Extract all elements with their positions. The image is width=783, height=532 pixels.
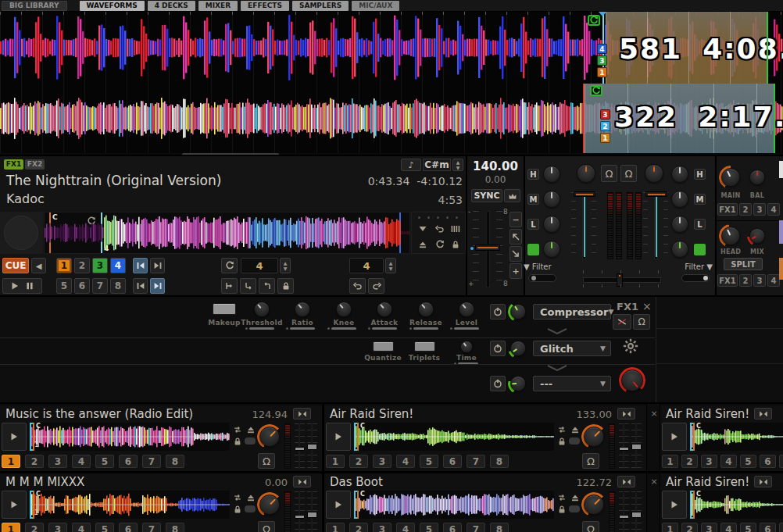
fx-unit-drywet-knob[interactable]: [619, 367, 645, 394]
master-fx-assign-2[interactable]: 2: [739, 203, 752, 216]
sampler-record-dot[interactable]: [569, 437, 580, 445]
filter-switch-left[interactable]: [528, 274, 556, 282]
sampler-record-dot[interactable]: [569, 505, 580, 512]
fx-headphone-button[interactable]: Ω: [633, 314, 650, 330]
channel-fader-handle-right[interactable]: [645, 191, 667, 197]
sampler-volume-knob[interactable]: [257, 424, 282, 449]
sampler-hotcue-3[interactable]: 3: [373, 523, 392, 532]
sampler-hotcue-7[interactable]: 7: [779, 523, 783, 532]
waveform-cue-badge-1[interactable]: 1: [597, 67, 607, 77]
pitch-display[interactable]: 0.00: [467, 174, 524, 185]
deck-b-scrolling-waveform[interactable]: 3222:17.88 321: [0, 84, 783, 153]
beatjump-start-button[interactable]: [133, 258, 148, 273]
loop-back-button[interactable]: [259, 278, 275, 294]
sampler-hotcue-2[interactable]: 2: [681, 455, 698, 468]
track-overview-waveform[interactable]: C 4: [44, 212, 410, 254]
sampler-sync-button[interactable]: [293, 476, 311, 487]
eq-knob-right[interactable]: [669, 163, 691, 185]
jump-forward-button[interactable]: [368, 278, 384, 294]
sampler-hotcue-3[interactable]: 3: [373, 455, 392, 468]
sampler-hotcue-6[interactable]: 6: [119, 455, 138, 468]
play-pause-button[interactable]: [2, 278, 42, 294]
master-fx-assign-1[interactable]: FX1: [717, 203, 738, 216]
headphone-volume-knob[interactable]: [719, 224, 742, 248]
main-volume-knob[interactable]: [719, 166, 742, 189]
sampler-hotcue-7[interactable]: 7: [779, 455, 783, 468]
headphone-cue-right[interactable]: Ω: [620, 165, 637, 182]
sampler-waveform[interactable]: C: [690, 491, 783, 519]
headphone-fx-assign-2[interactable]: 2: [739, 274, 752, 287]
loop-length-value[interactable]: 4: [241, 258, 278, 273]
headphone-mix-knob[interactable]: [747, 226, 767, 246]
sampler-loop-icon[interactable]: [231, 492, 244, 503]
master-crown-button[interactable]: [504, 189, 520, 202]
hotcue-button-1[interactable]: 1: [56, 258, 72, 273]
filter-knob-left[interactable]: [541, 238, 563, 260]
sampler-waveform[interactable]: C1: [30, 491, 230, 519]
fx-slot-3-power-button[interactable]: [490, 376, 506, 391]
sampler-record-dot[interactable]: [245, 505, 256, 512]
sampler-hotcue-4[interactable]: 4: [72, 523, 91, 532]
nudge-back-button[interactable]: [509, 229, 522, 245]
sampler-hotcue-1[interactable]: 1: [326, 523, 345, 532]
fx-knob-release[interactable]: [416, 299, 436, 320]
sampler-play-button[interactable]: [2, 491, 27, 519]
sampler-hotcue-2[interactable]: 2: [349, 455, 368, 468]
headphone-fx-assign-3[interactable]: 3: [753, 274, 766, 287]
sampler-hotcue-5[interactable]: 5: [740, 455, 756, 468]
sampler-play-button[interactable]: [662, 423, 687, 451]
sampler-volume-knob[interactable]: [581, 424, 606, 449]
nudge-forward-button[interactable]: [509, 246, 522, 262]
sampler-sync-button[interactable]: [617, 476, 635, 487]
gain-knob-right[interactable]: [642, 162, 666, 185]
sampler-hotcue-4[interactable]: 4: [72, 455, 91, 468]
sampler-hotcue-1[interactable]: 1: [326, 455, 345, 468]
sampler-eject-icon[interactable]: [245, 492, 257, 503]
sampler-hotcue-6[interactable]: 6: [119, 523, 138, 532]
sampler-hotcue-4[interactable]: 4: [396, 523, 415, 532]
sampler-hotcue-3[interactable]: 3: [701, 523, 717, 532]
waveform-cue-badge-3[interactable]: 3: [597, 55, 607, 66]
jump-back-button[interactable]: [349, 278, 366, 294]
deck-a-scrolling-waveform[interactable]: 5814:08.62 431: [0, 12, 783, 84]
headphone-cue-left[interactable]: Ω: [601, 165, 617, 182]
fx-knob-attack[interactable]: [374, 299, 395, 320]
hotcue-button-7[interactable]: 7: [92, 278, 108, 294]
sampler-hotcue-8[interactable]: 8: [166, 523, 184, 532]
sampler-sync-button[interactable]: [754, 408, 772, 420]
loop-lock-button[interactable]: [277, 278, 294, 294]
loop-length-spinner[interactable]: ▲▼: [280, 258, 291, 273]
sampler-waveform[interactable]: C1: [30, 423, 230, 451]
triplets-toggle-button[interactable]: [414, 341, 435, 352]
eq-knob-left[interactable]: [541, 188, 563, 210]
master-fx-assign-4[interactable]: 4: [767, 203, 780, 216]
sampler-hotcue-5[interactable]: 5: [95, 523, 114, 532]
sampler-play-button[interactable]: [326, 491, 351, 519]
time-knob[interactable]: [458, 338, 475, 355]
split-button[interactable]: SPLIT: [724, 258, 763, 270]
sampler-hotcue-7[interactable]: 7: [142, 523, 161, 532]
loop-active-icon[interactable]: [435, 237, 448, 249]
cue-button[interactable]: CUE: [2, 258, 29, 273]
sampler-hotcue-1[interactable]: 1: [2, 523, 20, 532]
sampler-hotcue-4[interactable]: 4: [396, 455, 415, 468]
sampler-hotcue-4[interactable]: 4: [720, 523, 737, 532]
makeup-toggle-button[interactable]: Makeup: [213, 303, 236, 315]
fx-knob-threshold[interactable]: [252, 299, 272, 320]
fx-slot-2-selector[interactable]: Glitch▼: [533, 341, 611, 356]
sampler-hotcue-7[interactable]: 7: [467, 455, 485, 468]
sampler-hotcue-6[interactable]: 6: [443, 523, 462, 532]
sampler-hotcue-8[interactable]: 8: [490, 455, 509, 468]
tab-mixer[interactable]: MIXER: [198, 1, 238, 11]
jog-wheel-platter[interactable]: [4, 216, 38, 250]
fx-knob-ratio[interactable]: [292, 299, 313, 320]
sampler-hotcue-6[interactable]: 6: [443, 455, 462, 468]
sampler-hotcue-3[interactable]: 3: [48, 523, 67, 532]
loop-out-button[interactable]: [240, 278, 256, 294]
sampler-hotcue-7[interactable]: 7: [467, 523, 485, 532]
sampler-lock-icon[interactable]: [556, 504, 568, 515]
keylock-icon[interactable]: [451, 237, 463, 249]
sampler-hotcue-2[interactable]: 2: [681, 523, 698, 532]
sampler-waveform[interactable]: C: [690, 423, 783, 451]
gain-knob-left[interactable]: [574, 162, 598, 185]
